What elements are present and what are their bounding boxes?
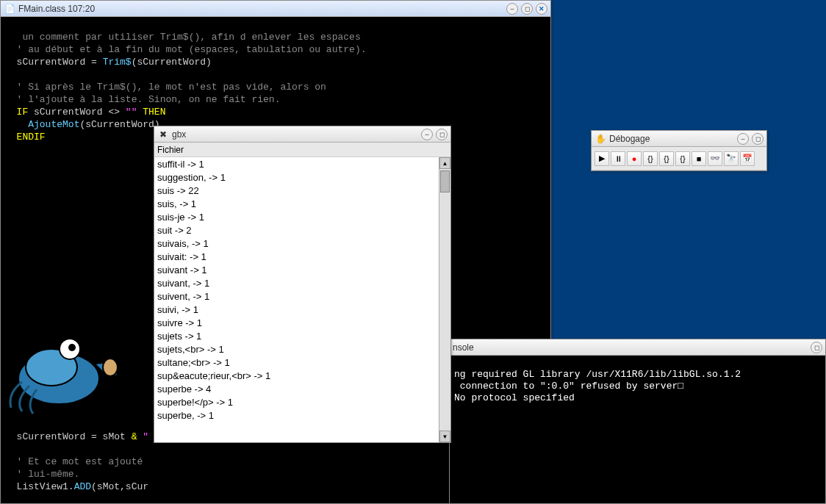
console-title: nsole: [453, 342, 811, 353]
code-line: ' Et ce mot est ajouté: [5, 456, 143, 467]
code-line: un comment par utiliser Trim$(), afin d …: [5, 32, 361, 43]
list-item[interactable]: sujets,<br> -> 1: [157, 344, 448, 357]
gbx-minimize-button[interactable]: –: [421, 129, 433, 140]
debug-maximize-button[interactable]: ◻: [752, 133, 764, 145]
list-item[interactable]: sultane;<br> -> 1: [157, 357, 448, 370]
debug-minimize-button[interactable]: –: [737, 133, 749, 145]
code-titlebar[interactable]: 📄 FMain.class 107:20 – ◻ ✕: [1, 1, 550, 17]
debug-play-icon[interactable]: ▶: [595, 151, 609, 166]
gbx-menubar: Fichier: [154, 143, 450, 157]
scroll-thumb[interactable]: [440, 170, 450, 192]
gbx-maximize-button[interactable]: ◻: [436, 129, 448, 140]
console-titlebar[interactable]: nsole ◻: [450, 339, 825, 356]
debug-step1-icon[interactable]: {}: [643, 151, 658, 166]
debug-step3-icon[interactable]: {}: [675, 151, 690, 166]
scroll-up-icon[interactable]: ▲: [439, 157, 450, 169]
svg-point-3: [68, 344, 76, 351]
console-line: No protocol specified: [454, 392, 575, 403]
debug-toolbar: ▶ ⏸ ● {} {} {} ■ 👓 🔭 📅: [592, 147, 766, 170]
x-icon: ✖: [157, 129, 169, 140]
console-line: ng required GL library /usr/X11R6/lib/li…: [454, 369, 741, 380]
gbx-title: gbx: [172, 129, 421, 140]
list-item[interactable]: suis -> 22: [157, 185, 448, 198]
list-item[interactable]: suffit-il -> 1: [157, 159, 448, 172]
list-item[interactable]: sup&eacute;rieur,<br> -> 1: [157, 370, 448, 384]
console-line: connection to ":0.0" refused by server□: [454, 381, 683, 392]
list-item[interactable]: suivant, -> 1: [157, 278, 448, 291]
code-close-button[interactable]: ✕: [536, 3, 547, 15]
list-item[interactable]: suivais, -> 1: [157, 238, 448, 251]
code-file-icon: 📄: [4, 3, 15, 15]
gbx-window: ✖ gbx – ◻ Fichier suffit-il -> 1 suggest…: [154, 126, 451, 443]
list-item[interactable]: suit -> 2: [157, 225, 448, 238]
list-item[interactable]: suivait: -> 1: [157, 251, 448, 264]
list-item[interactable]: superbe!</p> -> 1: [157, 397, 448, 410]
list-item[interactable]: suggestion, -> 1: [157, 172, 448, 185]
debug-stop-icon[interactable]: ■: [692, 151, 706, 166]
list-item[interactable]: sujets -> 1: [157, 331, 448, 344]
debug-binoc-icon[interactable]: 🔭: [724, 151, 739, 166]
scroll-down-icon[interactable]: ▼: [439, 431, 450, 442]
list-item[interactable]: superbe -> 4: [157, 384, 448, 397]
debug-record-icon[interactable]: ●: [627, 151, 642, 166]
debug-watch-icon[interactable]: 👓: [708, 151, 722, 166]
console-output[interactable]: ng required GL library /usr/X11R6/lib/li…: [450, 356, 825, 503]
code-line: ' l'ajoute à la liste. Sinon, on ne fait…: [5, 94, 280, 105]
debug-step2-icon[interactable]: {}: [659, 151, 674, 166]
gbx-list[interactable]: suffit-il -> 1 suggestion, -> 1 suis -> …: [154, 157, 450, 442]
code-line: ' lui-même.: [5, 469, 79, 480]
svg-point-4: [103, 359, 118, 376]
debug-window: ✋ Débogage – ◻ ▶ ⏸ ● {} {} {} ■ 👓 🔭 📅: [591, 130, 767, 171]
gbx-menu-fichier[interactable]: Fichier: [157, 145, 184, 155]
console-maximize-button[interactable]: ◻: [811, 342, 822, 353]
list-item[interactable]: suivent, -> 1: [157, 291, 448, 304]
list-item[interactable]: suivre -> 1: [157, 317, 448, 331]
list-item[interactable]: suis-je -> 1: [157, 212, 448, 225]
list-item[interactable]: suivi, -> 1: [157, 304, 448, 317]
code-line: ' au début et à la fin du mot (espaces, …: [5, 44, 366, 55]
debug-pause-icon[interactable]: ⏸: [611, 151, 625, 166]
gbx-titlebar[interactable]: ✖ gbx – ◻: [154, 126, 450, 143]
code-minimize-button[interactable]: –: [506, 3, 518, 15]
debug-title: Débogage: [609, 134, 737, 144]
list-item[interactable]: superbe, -> 1: [157, 410, 448, 423]
debug-cal-icon[interactable]: 📅: [740, 151, 755, 166]
code-maximize-button[interactable]: ◻: [521, 3, 533, 15]
gbx-scrollbar[interactable]: ▲ ▼: [439, 157, 450, 442]
hand-icon: ✋: [595, 133, 606, 145]
code-line: ' Si après le Trim$(), le mot n'est pas …: [5, 82, 326, 93]
debug-titlebar[interactable]: ✋ Débogage – ◻: [592, 131, 766, 147]
gambas-mascot-icon: [0, 327, 129, 419]
code-title: FMain.class 107:20: [18, 4, 506, 14]
list-item[interactable]: suis, -> 1: [157, 198, 448, 212]
list-item[interactable]: suivant -> 1: [157, 264, 448, 278]
console-window: nsole ◻ ng required GL library /usr/X11R…: [449, 339, 826, 504]
